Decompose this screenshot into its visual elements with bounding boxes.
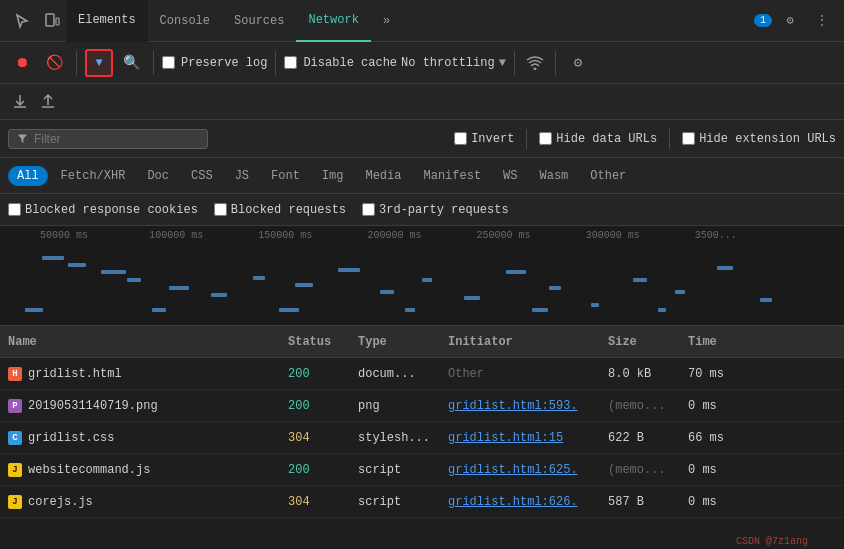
network-settings-icon[interactable]: ⚙ (564, 49, 592, 77)
more-icon[interactable]: ⋮ (808, 7, 836, 35)
table-row[interactable]: Jwebsitecommand.js200scriptgridlist.html… (0, 454, 844, 486)
cell-initiator-4[interactable]: gridlist.html:626. (448, 495, 608, 509)
col-header-size[interactable]: Size (608, 335, 688, 349)
cell-name-2: Cgridlist.css (8, 431, 288, 445)
record-button[interactable]: ⏺ (8, 49, 36, 77)
timeline-label-1: 100000 ms (149, 230, 258, 241)
timeline-bar-9 (380, 290, 394, 294)
filter-input[interactable] (34, 132, 199, 146)
export-har-button[interactable] (36, 90, 60, 114)
type-pill-all[interactable]: All (8, 166, 48, 186)
wifi-icon[interactable] (523, 51, 547, 75)
cell-size-4: 587 B (608, 495, 688, 509)
file-name: corejs.js (28, 495, 93, 509)
hide-data-urls-group[interactable]: Hide data URLs (539, 132, 657, 146)
hide-ext-urls-group[interactable]: Hide extension URLs (682, 132, 836, 146)
disable-cache-checkbox[interactable] (284, 56, 297, 69)
col-header-initiator[interactable]: Initiator (448, 335, 608, 349)
search-icon[interactable]: 🔍 (117, 49, 145, 77)
invert-checkbox[interactable] (454, 132, 467, 145)
cell-status-0: 200 (288, 367, 358, 381)
hide-ext-urls-checkbox[interactable] (682, 132, 695, 145)
timeline-labels: 50000 ms100000 ms150000 ms200000 ms25000… (0, 226, 844, 241)
timeline-bar-24 (658, 308, 666, 312)
col-header-name[interactable]: Name (8, 335, 288, 349)
disable-cache-group[interactable]: Disable cache (284, 56, 397, 70)
throttle-dropdown-arrow[interactable]: ▼ (499, 56, 506, 70)
table-row[interactable]: Jcorejs.js304scriptgridlist.html:626.587… (0, 486, 844, 518)
blocked-checkbox-1[interactable] (214, 203, 227, 216)
type-pill-manifest[interactable]: Manifest (414, 166, 490, 186)
tab-network[interactable]: Network (296, 0, 370, 42)
type-filter-bar: AllFetch/XHRDocCSSJSFontImgMediaManifest… (0, 158, 844, 194)
timeline-bar-7 (295, 283, 313, 287)
tab-elements[interactable]: Elements (66, 0, 148, 42)
settings-icon[interactable]: ⚙ (776, 7, 804, 35)
blocked-bar: Blocked response cookiesBlocked requests… (0, 194, 844, 226)
tab-sources[interactable]: Sources (222, 0, 296, 42)
timeline-bar-13 (549, 286, 561, 290)
cell-status-3: 200 (288, 463, 358, 477)
filter-button[interactable]: ▼ (85, 49, 113, 77)
hide-data-urls-checkbox[interactable] (539, 132, 552, 145)
type-pill-doc[interactable]: Doc (138, 166, 178, 186)
blocked-checkbox-2[interactable] (362, 203, 375, 216)
main-toolbar: ⏺ 🚫 ▼ 🔍 Preserve log Disable cache No th… (0, 42, 844, 84)
separator-1 (76, 51, 77, 75)
cell-initiator-3[interactable]: gridlist.html:625. (448, 463, 608, 477)
type-pill-media[interactable]: Media (356, 166, 410, 186)
timeline-label-4: 250000 ms (477, 230, 586, 241)
timeline-bar-0 (42, 256, 64, 260)
cell-type-1: png (358, 399, 448, 413)
inspect-icon[interactable] (8, 7, 36, 35)
svg-rect-1 (56, 18, 59, 25)
import-har-button[interactable] (8, 90, 32, 114)
cell-time-1: 0 ms (688, 399, 768, 413)
tab-console[interactable]: Console (148, 0, 222, 42)
type-pill-fetch/xhr[interactable]: Fetch/XHR (52, 166, 135, 186)
timeline-bar-21 (279, 308, 299, 312)
blocked-item-2[interactable]: 3rd-party requests (362, 203, 509, 217)
blocked-item-0[interactable]: Blocked response cookies (8, 203, 198, 217)
timeline-label-3: 200000 ms (367, 230, 476, 241)
device-icon[interactable] (38, 7, 66, 35)
cell-status-1: 200 (288, 399, 358, 413)
preserve-log-checkbox[interactable] (162, 56, 175, 69)
col-header-time[interactable]: Time (688, 335, 768, 349)
table-rows: Hgridlist.html200docum...Other8.0 kB70 m… (0, 358, 844, 518)
tab-more[interactable]: » (371, 0, 402, 42)
invert-checkbox-group[interactable]: Invert (454, 132, 514, 146)
type-pill-css[interactable]: CSS (182, 166, 222, 186)
clear-button[interactable]: 🚫 (40, 49, 68, 77)
timeline-bar-14 (591, 303, 599, 307)
file-name: 20190531140719.png (28, 399, 158, 413)
table-row[interactable]: Hgridlist.html200docum...Other8.0 kB70 m… (0, 358, 844, 390)
col-header-type[interactable]: Type (358, 335, 448, 349)
file-name: gridlist.html (28, 367, 122, 381)
blocked-item-1[interactable]: Blocked requests (214, 203, 346, 217)
type-pill-wasm[interactable]: Wasm (531, 166, 578, 186)
type-pill-other[interactable]: Other (581, 166, 635, 186)
file-name: gridlist.css (28, 431, 114, 445)
cell-size-3: (memo... (608, 463, 688, 477)
type-pill-ws[interactable]: WS (494, 166, 526, 186)
type-pill-img[interactable]: Img (313, 166, 353, 186)
type-pill-js[interactable]: JS (226, 166, 258, 186)
type-pill-font[interactable]: Font (262, 166, 309, 186)
timeline-label-6: 3500... (695, 230, 804, 241)
timeline-bar-5 (211, 293, 227, 297)
table-row[interactable]: Cgridlist.css304stylesh...gridlist.html:… (0, 422, 844, 454)
timeline-bar-17 (717, 266, 733, 270)
table-header: Name Status Type Initiator Size Time (0, 326, 844, 358)
cell-type-2: stylesh... (358, 431, 448, 445)
col-header-status[interactable]: Status (288, 335, 358, 349)
cell-initiator-1[interactable]: gridlist.html:593. (448, 399, 608, 413)
cell-size-0: 8.0 kB (608, 367, 688, 381)
preserve-log-group[interactable]: Preserve log (162, 56, 267, 70)
table-row[interactable]: P20190531140719.png200pnggridlist.html:5… (0, 390, 844, 422)
blocked-checkbox-0[interactable] (8, 203, 21, 216)
timeline-bar-22 (405, 308, 415, 312)
cell-size-1: (memo... (608, 399, 688, 413)
cell-initiator-2[interactable]: gridlist.html:15 (448, 431, 608, 445)
cell-type-0: docum... (358, 367, 448, 381)
